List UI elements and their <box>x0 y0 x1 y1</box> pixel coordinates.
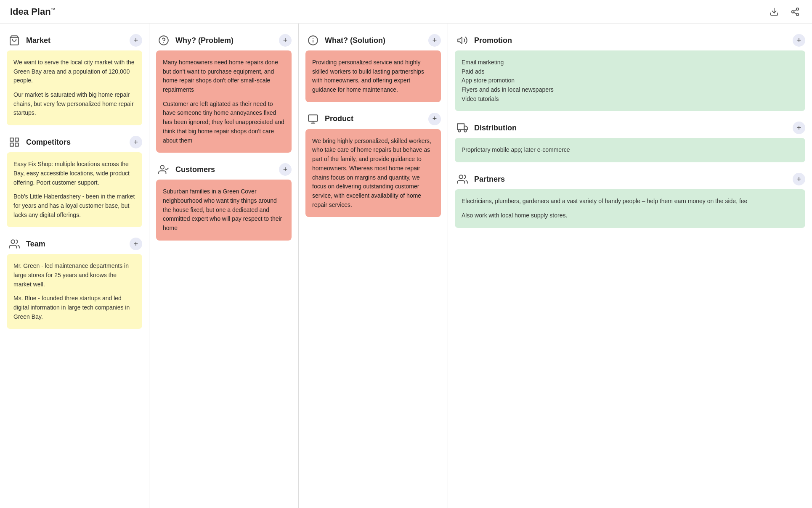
promotion-header-left: Promotion <box>455 33 512 48</box>
svg-rect-20 <box>457 124 464 130</box>
partners-card: Electricians, plumbers, gardeners and a … <box>455 189 805 228</box>
section-distribution: Distribution + Proprietary mobile app; l… <box>455 118 805 162</box>
section-team: Team + Mr. Green - led maintenance depar… <box>7 234 142 329</box>
partners-card-p2: Also work with local home supply stores. <box>462 211 799 220</box>
app-title: Idea Plan™ <box>10 6 56 17</box>
why-title: Why? (Problem) <box>175 36 234 45</box>
section-what: What? (Solution) + Providing personalize… <box>305 30 441 102</box>
distribution-add-button[interactable]: + <box>793 122 805 134</box>
competitors-icon <box>7 135 22 150</box>
download-button[interactable] <box>767 5 781 19</box>
svg-rect-8 <box>15 138 19 141</box>
svg-point-14 <box>160 165 164 169</box>
svg-rect-16 <box>308 115 318 121</box>
app-header: Idea Plan™ <box>0 0 812 24</box>
why-card: Many homeowners need home repairs done b… <box>156 50 292 153</box>
partners-add-button[interactable]: + <box>793 173 805 185</box>
section-market: Market + We want to serve the local city… <box>7 30 142 125</box>
why-header: Why? (Problem) + <box>156 30 292 50</box>
customers-title: Customers <box>175 165 215 174</box>
what-card: Providing personalized service and highl… <box>305 50 441 102</box>
distribution-card-p1: Proprietary mobile app; later e-commerce <box>462 146 799 155</box>
share-button[interactable] <box>788 5 802 19</box>
partners-title: Partners <box>474 175 505 184</box>
column-middle-left: Why? (Problem) + Many homeowners need ho… <box>149 24 299 508</box>
product-card-p1: We bring highly personalized, skilled wo… <box>312 137 434 210</box>
partners-header-left: Partners <box>455 172 505 187</box>
competitors-title: Competitors <box>26 138 71 147</box>
svg-rect-9 <box>15 143 19 146</box>
team-icon <box>7 236 22 251</box>
market-title: Market <box>26 36 50 45</box>
header-actions <box>767 5 802 19</box>
what-icon <box>305 33 321 48</box>
svg-point-12 <box>159 36 168 45</box>
promotion-icon <box>455 33 470 48</box>
competitors-card: Easy Fix Shop: multiple locations across… <box>7 152 142 227</box>
competitors-add-button[interactable]: + <box>130 136 142 148</box>
what-header-left: What? (Solution) <box>305 33 385 48</box>
partners-card-p1: Electricians, plumbers, gardeners and a … <box>462 197 799 206</box>
svg-line-5 <box>794 9 796 11</box>
distribution-icon <box>455 120 470 135</box>
market-card-p1: We want to serve the local city market w… <box>13 58 135 85</box>
market-card: We want to serve the local city market w… <box>7 50 142 125</box>
promotion-card: Email marketing Paid ads App store promo… <box>455 50 805 111</box>
product-add-button[interactable]: + <box>428 113 441 125</box>
section-customers: Customers + Suburban families in a Green… <box>156 159 292 240</box>
svg-marker-19 <box>458 37 462 43</box>
svg-point-24 <box>459 175 463 179</box>
product-header-left: Product <box>305 111 353 127</box>
svg-marker-21 <box>464 126 467 130</box>
section-why: Why? (Problem) + Many homeowners need ho… <box>156 30 292 153</box>
promotion-card-p1: Email marketing Paid ads App store promo… <box>462 58 799 103</box>
customers-card: Suburban families in a Green Cover neigh… <box>156 180 292 240</box>
column-right: Promotion + Email marketing Paid ads App… <box>448 24 812 508</box>
team-add-button[interactable]: + <box>130 238 142 250</box>
partners-icon <box>455 172 470 187</box>
what-add-button[interactable]: + <box>428 34 441 47</box>
section-competitors: Competitors + Easy Fix Shop: multiple lo… <box>7 132 142 227</box>
svg-point-23 <box>464 130 466 132</box>
product-card: We bring highly personalized, skilled wo… <box>305 129 441 217</box>
competitors-card-p2: Bob's Little Haberdashery - been in the … <box>13 192 135 220</box>
why-add-button[interactable]: + <box>279 34 292 47</box>
market-icon <box>7 33 22 48</box>
section-partners: Partners + Electricians, plumbers, garde… <box>455 169 805 228</box>
customers-header: Customers + <box>156 159 292 180</box>
team-card-p2: Ms. Blue - founded three startups and le… <box>13 294 135 321</box>
team-header-left: Team <box>7 236 45 251</box>
svg-point-22 <box>458 130 460 132</box>
board: Market + We want to serve the local city… <box>0 24 812 508</box>
partners-header: Partners + <box>455 169 805 189</box>
svg-rect-7 <box>10 138 13 141</box>
market-header: Market + <box>7 30 142 50</box>
section-promotion: Promotion + Email marketing Paid ads App… <box>455 30 805 111</box>
svg-line-4 <box>794 12 796 14</box>
customers-add-button[interactable]: + <box>279 163 292 176</box>
distribution-card: Proprietary mobile app; later e-commerce <box>455 138 805 162</box>
column-left: Market + We want to serve the local city… <box>0 24 149 508</box>
what-header: What? (Solution) + <box>305 30 441 50</box>
section-product: Product + We bring highly personalized, … <box>305 109 441 217</box>
team-card-p1: Mr. Green - led maintenance departments … <box>13 262 135 289</box>
market-add-button[interactable]: + <box>130 34 142 47</box>
why-card-p1: Many homeowners need home repairs done b… <box>163 58 285 95</box>
competitors-header-left: Competitors <box>7 135 71 150</box>
distribution-header: Distribution + <box>455 118 805 138</box>
customers-header-left: Customers <box>156 162 215 177</box>
promotion-add-button[interactable]: + <box>793 34 805 47</box>
market-card-p2: Our market is saturated with big home re… <box>13 90 135 118</box>
product-icon <box>305 111 321 127</box>
team-header: Team + <box>7 234 142 254</box>
promotion-title: Promotion <box>474 36 512 45</box>
market-header-left: Market <box>7 33 50 48</box>
product-title: Product <box>325 114 353 123</box>
why-card-p2: Customer are left agitated as their need… <box>163 100 285 145</box>
what-title: What? (Solution) <box>325 36 385 45</box>
why-icon <box>156 33 171 48</box>
what-card-p1: Providing personalized service and highl… <box>312 58 434 95</box>
svg-point-11 <box>11 240 15 244</box>
team-title: Team <box>26 240 45 249</box>
column-middle-right: What? (Solution) + Providing personalize… <box>299 24 448 508</box>
